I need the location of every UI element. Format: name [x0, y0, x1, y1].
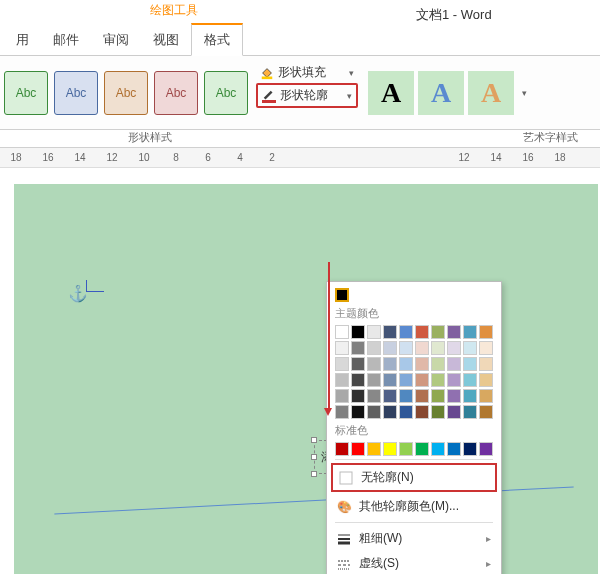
color-swatch[interactable] [351, 373, 365, 387]
resize-handle-ml[interactable] [311, 454, 317, 460]
color-swatch[interactable] [383, 389, 397, 403]
shape-fill-button[interactable]: 形状填充 ▾ [256, 62, 358, 83]
color-swatch[interactable] [367, 389, 381, 403]
shape-style-2[interactable]: Abc [54, 71, 98, 115]
color-swatch[interactable] [383, 325, 397, 339]
wordart-style-2[interactable]: A [418, 71, 464, 115]
color-swatch[interactable] [367, 341, 381, 355]
color-swatch[interactable] [399, 405, 413, 419]
color-swatch[interactable] [383, 442, 397, 456]
color-swatch[interactable] [335, 357, 349, 371]
color-swatch[interactable] [383, 373, 397, 387]
color-swatch[interactable] [399, 325, 413, 339]
color-swatch[interactable] [351, 341, 365, 355]
color-swatch[interactable] [335, 325, 349, 339]
shape-style-5[interactable]: Abc [204, 71, 248, 115]
color-swatch[interactable] [399, 357, 413, 371]
wordart-style-3[interactable]: A [468, 71, 514, 115]
color-swatch[interactable] [431, 341, 445, 355]
color-swatch[interactable] [463, 373, 477, 387]
color-swatch[interactable] [351, 389, 365, 403]
color-swatch[interactable] [415, 357, 429, 371]
color-swatch[interactable] [367, 405, 381, 419]
color-swatch[interactable] [479, 373, 493, 387]
color-swatch[interactable] [415, 442, 429, 456]
color-swatch[interactable] [479, 405, 493, 419]
color-swatch[interactable] [335, 373, 349, 387]
color-swatch[interactable] [383, 341, 397, 355]
color-swatch[interactable] [447, 389, 461, 403]
tab-view[interactable]: 视图 [141, 25, 191, 55]
color-swatch[interactable] [431, 405, 445, 419]
color-swatch[interactable] [479, 357, 493, 371]
color-swatch[interactable] [479, 325, 493, 339]
color-swatch[interactable] [383, 405, 397, 419]
standard-colors-header: 标准色 [335, 423, 493, 438]
color-swatch[interactable] [335, 442, 349, 456]
color-swatch[interactable] [447, 405, 461, 419]
color-swatch[interactable] [479, 389, 493, 403]
dashes-label: 虚线(S) [359, 555, 399, 572]
more-colors-label: 其他轮廓颜色(M)... [359, 498, 459, 515]
shape-style-4[interactable]: Abc [154, 71, 198, 115]
color-swatch[interactable] [463, 341, 477, 355]
color-swatch[interactable] [447, 341, 461, 355]
color-swatch[interactable] [415, 341, 429, 355]
tab-yong[interactable]: 用 [4, 25, 41, 55]
color-swatch[interactable] [335, 405, 349, 419]
page-background[interactable]: ⚓ 添加文字 [14, 184, 598, 574]
color-swatch[interactable] [351, 442, 365, 456]
color-swatch[interactable] [463, 405, 477, 419]
color-swatch[interactable] [479, 442, 493, 456]
color-swatch[interactable] [351, 325, 365, 339]
wordart-style-1[interactable]: A [368, 71, 414, 115]
color-swatch[interactable] [399, 373, 413, 387]
color-swatch[interactable] [463, 389, 477, 403]
horizontal-ruler[interactable]: 1816141210864212141618 [0, 148, 600, 168]
color-swatch[interactable] [431, 373, 445, 387]
shape-style-1[interactable]: Abc [4, 71, 48, 115]
color-swatch[interactable] [383, 357, 397, 371]
color-swatch[interactable] [463, 325, 477, 339]
color-swatch[interactable] [335, 341, 349, 355]
color-swatch[interactable] [479, 341, 493, 355]
wordart-more-button[interactable]: ▾ [518, 88, 530, 98]
resize-handle-bl[interactable] [311, 471, 317, 477]
color-swatch[interactable] [447, 357, 461, 371]
color-swatch[interactable] [415, 325, 429, 339]
color-swatch[interactable] [431, 442, 445, 456]
tab-format[interactable]: 格式 [191, 23, 243, 56]
color-swatch[interactable] [447, 325, 461, 339]
color-swatch[interactable] [351, 357, 365, 371]
color-swatch[interactable] [431, 357, 445, 371]
color-swatch[interactable] [399, 389, 413, 403]
color-swatch[interactable] [367, 325, 381, 339]
tab-review[interactable]: 审阅 [91, 25, 141, 55]
color-swatch[interactable] [415, 373, 429, 387]
automatic-color-swatch[interactable] [335, 288, 349, 302]
color-swatch[interactable] [399, 341, 413, 355]
color-swatch[interactable] [367, 442, 381, 456]
color-swatch[interactable] [399, 442, 413, 456]
color-swatch[interactable] [463, 357, 477, 371]
dashes-item[interactable]: 虚线(S) ▸ [335, 551, 493, 574]
resize-handle-tl[interactable] [311, 437, 317, 443]
more-outline-colors-item[interactable]: 🎨 其他轮廓颜色(M)... [335, 494, 493, 519]
document-area: ⚓ 添加文字 主 [0, 168, 600, 574]
color-swatch[interactable] [447, 442, 461, 456]
color-swatch[interactable] [367, 357, 381, 371]
tab-mail[interactable]: 邮件 [41, 25, 91, 55]
color-swatch[interactable] [431, 325, 445, 339]
color-swatch[interactable] [335, 389, 349, 403]
shape-outline-button[interactable]: 形状轮廓 ▾ [256, 83, 358, 108]
shape-style-3[interactable]: Abc [104, 71, 148, 115]
no-outline-item[interactable]: 无轮廓(N) [331, 463, 497, 492]
color-swatch[interactable] [415, 389, 429, 403]
color-swatch[interactable] [367, 373, 381, 387]
color-swatch[interactable] [431, 389, 445, 403]
color-swatch[interactable] [447, 373, 461, 387]
color-swatch[interactable] [351, 405, 365, 419]
color-swatch[interactable] [415, 405, 429, 419]
color-swatch[interactable] [463, 442, 477, 456]
weight-item[interactable]: 粗细(W) ▸ [335, 526, 493, 551]
